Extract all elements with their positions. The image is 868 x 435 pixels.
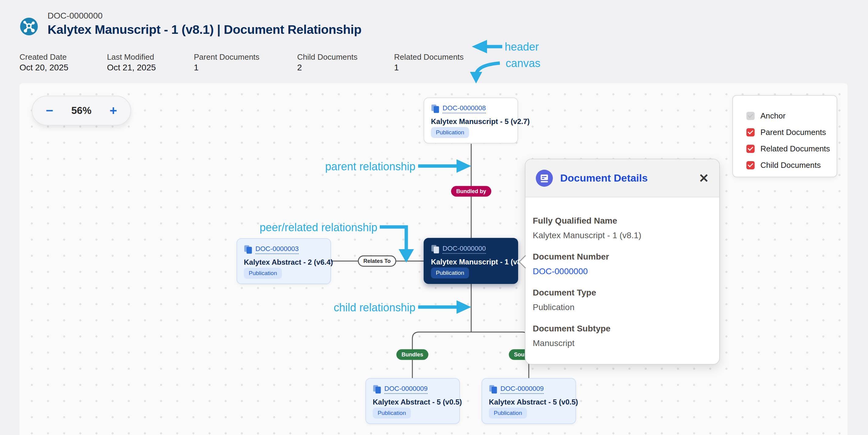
field-doc-subtype-label: Document Subtype <box>533 324 611 334</box>
stat-related-docs-value: 1 <box>394 63 399 72</box>
field-fqn-value: Kalytex Manuscript - 1 (v8.1) <box>533 231 641 240</box>
annotation-peer-label: peer/related relationship <box>255 221 377 234</box>
node-type-badge: Publication <box>244 268 282 279</box>
legend-item-child-documents[interactable]: Child Documents <box>746 160 821 170</box>
document-icon <box>489 385 497 394</box>
document-icon <box>373 385 381 394</box>
panel-header: Document Details ✕ <box>525 159 719 197</box>
header-doc-number: DOC-0000000 <box>48 11 103 21</box>
node-doc-0000009-right[interactable]: DOC-0000009 Kalytex Abstract - 5 (v0.5) … <box>482 378 576 424</box>
zoom-control: − 56% + <box>32 96 131 126</box>
field-doc-number-link[interactable]: DOC-0000000 <box>533 267 588 276</box>
checkmark-icon <box>748 129 753 134</box>
edge-label-relates-to: Relates To <box>358 256 396 267</box>
edge-label-bundles: Bundles <box>396 349 428 360</box>
close-icon[interactable]: ✕ <box>699 172 709 184</box>
field-doc-number-label: Document Number <box>533 252 609 262</box>
node-doc-name: Kalytex Abstract - 2 (v6.4) <box>244 258 324 267</box>
field-fqn-label: Fully Qualified Name <box>533 216 617 226</box>
node-doc-name: Kalytex Manuscript - 5 (v2.7) <box>431 117 511 126</box>
node-doc-0000008[interactable]: DOC-0000008 Kalytex Manuscript - 5 (v2.7… <box>424 98 518 143</box>
stat-created-date-value: Oct 20, 2025 <box>20 63 68 72</box>
node-doc-link[interactable]: DOC-0000009 <box>384 385 428 394</box>
field-doc-type-label: Document Type <box>533 288 596 298</box>
document-relationship-page: DOC-0000000 Kalytex Manuscript - 1 (v8.1… <box>0 0 868 435</box>
legend-item-anchor: Anchor <box>746 111 785 121</box>
zoom-out-button[interactable]: − <box>46 104 53 117</box>
document-details-icon <box>536 170 553 187</box>
annotation-header-label: header <box>505 40 539 53</box>
panel-title: Document Details <box>560 172 691 184</box>
checkbox-child-documents[interactable] <box>746 161 755 169</box>
node-doc-link[interactable]: DOC-0000000 <box>442 245 486 254</box>
annotation-parent-label: parent relationship <box>317 160 415 173</box>
node-doc-link[interactable]: DOC-0000003 <box>255 245 299 254</box>
document-icon <box>431 104 439 113</box>
document-icon <box>431 245 439 254</box>
field-doc-type-value: Publication <box>533 302 575 312</box>
annotation-canvas-label: canvas <box>506 57 540 70</box>
stat-child-docs-label: Child Documents <box>297 53 358 62</box>
relationship-icon <box>20 18 38 37</box>
zoom-level: 56% <box>71 105 91 116</box>
node-type-badge: Publication <box>431 267 469 278</box>
checkbox-related-documents[interactable] <box>746 145 755 153</box>
node-type-badge: Publication <box>489 408 527 419</box>
checkbox-anchor <box>746 112 755 120</box>
node-doc-name: Kalytex Manuscript - 1 (v8.1) <box>431 258 511 266</box>
node-doc-0000009-left[interactable]: DOC-0000009 Kalytex Abstract - 5 (v0.5) … <box>365 378 460 424</box>
node-doc-link[interactable]: DOC-0000008 <box>442 104 486 113</box>
canvas-arrow <box>476 63 500 74</box>
legend-item-parent-documents[interactable]: Parent Documents <box>746 127 826 137</box>
node-type-badge: Publication <box>431 127 469 138</box>
stat-parent-docs-value: 1 <box>194 63 199 72</box>
checkbox-parent-documents[interactable] <box>746 128 755 136</box>
checkmark-icon <box>748 145 753 151</box>
node-doc-0000000-anchor[interactable]: DOC-0000000 Kalytex Manuscript - 1 (v8.1… <box>424 238 518 284</box>
checkmark-icon <box>748 162 753 167</box>
page-title: Kalytex Manuscript - 1 (v8.1) | Document… <box>48 23 362 37</box>
stat-last-modified-value: Oct 21, 2025 <box>107 63 156 72</box>
node-doc-name: Kalytex Abstract - 5 (v0.5) <box>373 398 453 406</box>
stat-child-docs-value: 2 <box>297 63 302 72</box>
annotation-child-label: child relationship <box>317 301 415 314</box>
field-doc-subtype-value: Manuscript <box>533 338 575 348</box>
stat-last-modified-label: Last Modified <box>107 53 154 62</box>
node-doc-0000003[interactable]: DOC-0000003 Kalytex Abstract - 2 (v6.4) … <box>237 238 331 284</box>
stat-created-date-label: Created Date <box>20 53 67 62</box>
document-icon <box>244 245 252 254</box>
edge-label-bundled-by: Bundled by <box>451 186 491 197</box>
node-doc-link[interactable]: DOC-0000009 <box>500 385 544 394</box>
node-type-badge: Publication <box>373 408 411 419</box>
zoom-in-button[interactable]: + <box>110 104 117 117</box>
document-details-panel: Document Details ✕ Fully Qualified Name … <box>525 159 720 365</box>
stat-parent-docs-label: Parent Documents <box>194 53 259 62</box>
checkmark-icon <box>748 112 753 118</box>
node-doc-name: Kalytex Abstract - 5 (v0.5) <box>489 398 569 406</box>
legend-panel: Anchor Parent Documents Related Document… <box>733 95 837 177</box>
legend-item-related-documents[interactable]: Related Documents <box>746 144 830 154</box>
stat-related-docs-label: Related Documents <box>394 53 464 62</box>
